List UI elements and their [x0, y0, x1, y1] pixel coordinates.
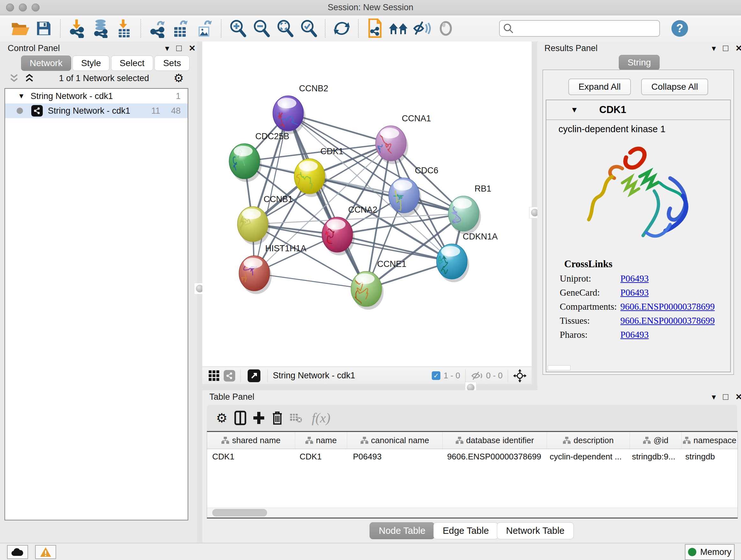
table-horizontal-scrollbar[interactable] — [207, 508, 738, 517]
table-options-button[interactable]: ⚙ — [212, 409, 231, 427]
detach-arrow-icon — [251, 372, 258, 379]
tissues-link[interactable]: 9606.ENSP00000378699 — [620, 315, 715, 326]
warnings-button[interactable] — [35, 545, 56, 559]
column-header[interactable]: database identifier — [443, 432, 547, 449]
collapse-triangle-icon[interactable]: ▼ — [18, 92, 25, 100]
birds-eye-button[interactable] — [435, 18, 456, 39]
crosslinks-heading: CrossLinks — [564, 258, 730, 270]
column-header[interactable]: description — [547, 432, 630, 449]
export-image-button[interactable] — [194, 18, 215, 39]
network-canvas[interactable]: CCNB2CCNA1CDC25BCDK1CDC6RB1CCNB1CCNA2CDK… — [202, 42, 532, 367]
hidden-count: 0 - 0 — [486, 371, 502, 381]
cell-database-identifier[interactable]: 9606.ENSP00000378699 — [442, 449, 544, 464]
uniprot-link[interactable]: P06493 — [620, 273, 649, 284]
network-node-ccne1[interactable]: CCNE1 — [351, 259, 407, 310]
panel-menu-icon[interactable]: ▾ — [165, 44, 169, 53]
float-panel-icon[interactable]: □ — [176, 43, 182, 53]
import-network-database-button[interactable] — [90, 18, 111, 39]
grid-view-icon[interactable] — [209, 370, 219, 381]
import-table-button[interactable] — [114, 18, 135, 39]
home-button[interactable] — [388, 18, 409, 39]
column-header[interactable]: name — [295, 432, 347, 449]
network-node-cdc6[interactable]: CDC6 — [389, 166, 439, 216]
pharos-link[interactable]: P06493 — [620, 329, 649, 340]
column-header[interactable]: canonical name — [347, 432, 443, 449]
share-view-icon[interactable] — [224, 370, 235, 381]
home-icon — [388, 21, 409, 36]
tab-network-table[interactable]: Network Table — [497, 522, 574, 539]
delete-column-button[interactable] — [268, 409, 286, 427]
mini-scrollbar[interactable] — [548, 365, 570, 370]
save-session-button[interactable] — [33, 18, 54, 39]
tab-string-results[interactable]: String — [619, 55, 659, 70]
selected-checkbox-icon[interactable]: ✓ — [432, 371, 441, 380]
control-panel-tabs: Network Style Select Sets — [21, 56, 190, 71]
zoom-out-button[interactable] — [251, 18, 272, 39]
close-panel-icon[interactable]: ✕ — [735, 44, 741, 53]
node-section-header[interactable]: ▼ CDK1 — [546, 100, 730, 120]
tab-network[interactable]: Network — [21, 56, 71, 71]
tab-node-table[interactable]: Node Table — [369, 522, 434, 539]
memory-label: Memory — [700, 547, 731, 557]
panel-menu-icon[interactable]: ▾ — [712, 392, 716, 402]
network-from-file-button[interactable] — [364, 18, 386, 39]
float-panel-icon[interactable]: □ — [723, 392, 728, 402]
cell-id[interactable]: stringdb:9... — [627, 449, 680, 464]
help-button[interactable]: ? — [671, 20, 688, 37]
close-panel-icon[interactable]: ✕ — [735, 392, 741, 402]
zoom-selected-button[interactable] — [298, 18, 319, 39]
center-view-icon[interactable] — [513, 369, 527, 382]
open-file-button[interactable] — [10, 18, 30, 39]
tab-select[interactable]: Select — [111, 56, 153, 71]
network-node-cdkn1a[interactable]: CDKN1A — [436, 232, 497, 282]
column-header[interactable]: @id — [630, 432, 682, 449]
collapse-triangle-icon[interactable]: ▼ — [570, 105, 578, 114]
network-row[interactable]: String Network - cdk1 11 48 — [5, 104, 188, 118]
network-collection-row[interactable]: ▼ String Network - cdk1 1 — [5, 89, 188, 104]
tab-sets[interactable]: Sets — [154, 56, 190, 71]
export-network-button[interactable] — [147, 18, 168, 39]
cell-name[interactable]: CDK1 — [294, 449, 348, 464]
float-panel-icon[interactable]: □ — [723, 43, 728, 53]
detach-view-button[interactable] — [248, 369, 260, 382]
function-builder-button[interactable]: f(x) — [305, 409, 337, 427]
compartments-link[interactable]: 9606.ENSP00000378699 — [620, 301, 715, 312]
scrollbar-thumb[interactable] — [212, 509, 267, 516]
search-input[interactable] — [517, 23, 659, 34]
column-header[interactable]: shared name — [207, 432, 295, 449]
network-options-gear-icon[interactable]: ⚙ — [174, 71, 184, 85]
tab-style[interactable]: Style — [72, 56, 110, 71]
create-column-button[interactable] — [250, 409, 268, 427]
tab-edge-table[interactable]: Edge Table — [433, 522, 498, 539]
collapse-all-networks-icon[interactable] — [9, 73, 19, 83]
network-node-ccna1[interactable]: CCNA1 — [376, 114, 431, 164]
cell-canonical-name[interactable]: P06493 — [348, 449, 442, 464]
genecard-link[interactable]: P06493 — [620, 287, 649, 298]
export-table-button[interactable] — [171, 18, 192, 39]
zoom-fit-button[interactable] — [274, 18, 295, 39]
network-node-ccna2[interactable]: CCNA2 — [322, 205, 378, 255]
network-node-hist1h1a[interactable]: HIST1H1A — [239, 244, 307, 294]
close-panel-icon[interactable]: ✕ — [189, 44, 196, 53]
cell-namespace[interactable]: stringdb — [680, 449, 738, 464]
cell-shared-name[interactable]: CDK1 — [207, 449, 294, 464]
memory-button[interactable]: Memory — [685, 544, 735, 560]
network-edge[interactable] — [288, 113, 366, 289]
network-node-rb1[interactable]: RB1 — [448, 184, 491, 234]
refresh-button[interactable] — [331, 18, 352, 39]
expand-all-button[interactable]: Expand All — [568, 78, 631, 95]
zoom-in-button[interactable] — [227, 18, 248, 39]
graphics-details-button[interactable] — [412, 18, 433, 39]
delete-table-button[interactable] — [286, 409, 305, 427]
panel-menu-icon[interactable]: ▾ — [712, 44, 716, 53]
node-label-hist1h1a: HIST1H1A — [265, 244, 307, 253]
import-network-button[interactable] — [66, 18, 87, 39]
show-columns-button[interactable] — [231, 409, 250, 427]
network-node-ccnb2[interactable]: CCNB2 — [273, 84, 328, 134]
node-count: 11 — [151, 106, 160, 116]
cell-description[interactable]: cyclin-dependent ... — [544, 449, 627, 464]
cloud-button[interactable] — [7, 545, 28, 559]
collapse-all-button[interactable]: Collapse All — [641, 78, 708, 95]
column-header[interactable]: namespace — [682, 432, 738, 449]
expand-all-networks-icon[interactable] — [24, 73, 35, 83]
